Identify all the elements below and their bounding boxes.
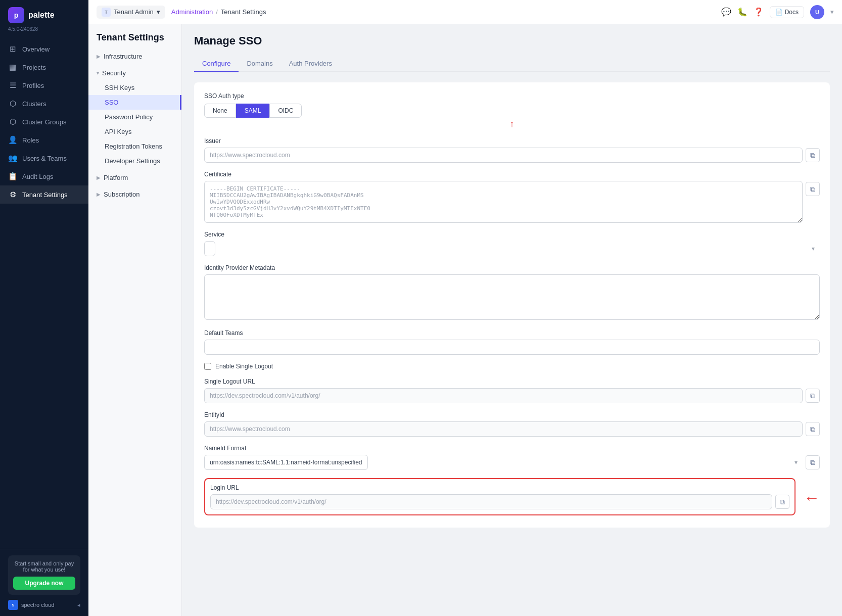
default-teams-label: Default Teams [204, 329, 820, 337]
tab-configure[interactable]: Configure [194, 56, 239, 72]
sidebar-item-overview[interactable]: ⊞ Overview [0, 40, 88, 58]
main-area: T Tenant Admin ▾ Administration / Tenant… [88, 0, 842, 616]
entity-id-label: EntityId [204, 411, 820, 418]
collapse-sidebar-button[interactable]: ◂ [77, 602, 80, 608]
sidebar-item-clusters[interactable]: ⬡ Clusters [0, 94, 88, 113]
single-logout-url-label: Single Logout URL [204, 378, 820, 385]
service-select[interactable] [204, 241, 215, 256]
logo-area: p palette [0, 0, 88, 26]
certificate-row: ⧉ [204, 181, 820, 223]
tabs-row: Configure Domains Auth Providers [194, 56, 830, 72]
idp-metadata-field-group: Identity Provider Metadata [204, 264, 820, 321]
chevron-right-icon: ▶ [97, 192, 101, 197]
breadcrumb-link[interactable]: Administration [171, 8, 213, 16]
entity-id-input[interactable] [204, 421, 803, 437]
entity-id-copy-button[interactable]: ⧉ [806, 422, 820, 436]
sec-item-password-policy[interactable]: Password Policy [88, 110, 181, 124]
sidebar-item-users-teams[interactable]: 👥 Users & Teams [0, 149, 88, 167]
service-select-wrapper [204, 241, 820, 256]
sidebar-item-audit-logs[interactable]: 📋 Audit Logs [0, 167, 88, 185]
login-url-copy-button[interactable]: ⧉ [775, 495, 789, 509]
idp-metadata-textarea[interactable] [204, 274, 820, 320]
upgrade-text: Start small and only pay for what you us… [13, 560, 75, 573]
copy-icon: ⧉ [810, 151, 815, 160]
sidebar-item-profiles[interactable]: ☰ Profiles [0, 76, 88, 94]
arrow-left-icon: ← [804, 490, 820, 506]
issuer-input[interactable] [204, 148, 803, 163]
nameid-format-row: urn:oasis:names:tc:SAML:1.1:nameid-forma… [204, 455, 820, 470]
single-logout-url-copy-button[interactable]: ⧉ [806, 389, 820, 403]
chevron-right-icon: ▶ [97, 175, 101, 180]
breadcrumb-separator: / [216, 8, 218, 16]
user-dropdown-icon[interactable]: ▾ [830, 8, 834, 16]
sidebar-item-cluster-groups[interactable]: ⬡ Cluster Groups [0, 113, 88, 131]
copy-icon: ⧉ [810, 458, 815, 467]
single-logout-checkbox[interactable] [204, 363, 211, 370]
sec-section-infrastructure-header[interactable]: ▶ Infrastructure [88, 49, 181, 64]
sidebar-item-roles[interactable]: 👤 Roles [0, 131, 88, 149]
tab-auth-providers[interactable]: Auth Providers [281, 56, 340, 72]
breadcrumb: Administration / Tenant Settings [171, 8, 266, 16]
single-logout-url-input[interactable] [204, 388, 803, 403]
certificate-field-group: Certificate ⧉ [204, 171, 820, 223]
chevron-down-icon: ▾ [97, 70, 99, 76]
form-section: SSO Auth type None SAML OIDC ↑ [194, 82, 830, 528]
topbar-actions: 💬 🐛 ❓ 📄 Docs U ▾ [721, 5, 834, 19]
issuer-copy-button[interactable]: ⧉ [806, 148, 820, 162]
tab-domains[interactable]: Domains [239, 56, 280, 72]
login-url-row: ⧉ [210, 494, 789, 509]
auth-btn-saml[interactable]: SAML [236, 104, 270, 118]
sidebar-item-label: Overview [22, 45, 50, 53]
sec-section-platform-header[interactable]: ▶ Platform [88, 170, 181, 185]
help-icon[interactable]: ❓ [754, 7, 764, 17]
sidebar-item-label: Cluster Groups [22, 118, 66, 126]
sec-item-registration-tokens[interactable]: Registration Tokens [88, 139, 181, 154]
saml-arrow-indicator: ↑ [204, 119, 820, 129]
sec-section-subscription-header[interactable]: ▶ Subscription [88, 187, 181, 202]
user-avatar[interactable]: U [810, 5, 824, 19]
docs-button[interactable]: 📄 Docs [770, 6, 804, 18]
copy-icon: ⧉ [810, 185, 815, 194]
sec-section-security-header[interactable]: ▾ Security [88, 66, 181, 80]
sec-section-label: Infrastructure [104, 53, 143, 60]
sidebar-item-label: Users & Teams [22, 155, 67, 162]
issuer-label: Issuer [204, 137, 820, 145]
main-content: Manage SSO Configure Domains Auth Provid… [182, 24, 842, 616]
certificate-copy-button[interactable]: ⧉ [806, 182, 820, 196]
service-field-group: Service [204, 231, 820, 256]
sidebar-item-projects[interactable]: ▦ Projects [0, 58, 88, 76]
bug-icon[interactable]: 🐛 [737, 7, 747, 17]
nameid-format-copy-button[interactable]: ⧉ [806, 455, 820, 469]
profiles-icon: ☰ [8, 81, 17, 90]
sec-item-ssh-keys[interactable]: SSH Keys [88, 80, 181, 95]
certificate-textarea[interactable] [204, 181, 803, 223]
content-area: Tenant Settings ▶ Infrastructure ▾ Secur… [88, 24, 842, 616]
upgrade-button[interactable]: Upgrade now [13, 577, 75, 590]
nameid-format-select[interactable]: urn:oasis:names:tc:SAML:1.1:nameid-forma… [204, 455, 368, 470]
sec-section-label: Subscription [104, 191, 140, 198]
default-teams-input[interactable] [204, 340, 820, 355]
chat-icon[interactable]: 💬 [721, 7, 731, 17]
tenant-selector[interactable]: T Tenant Admin ▾ [97, 6, 165, 19]
sec-item-api-keys[interactable]: API Keys [88, 124, 181, 139]
sec-item-developer-settings[interactable]: Developer Settings [88, 154, 181, 168]
upgrade-box: Start small and only pay for what you us… [8, 555, 80, 595]
topbar: T Tenant Admin ▾ Administration / Tenant… [88, 0, 842, 24]
sidebar: p palette 4.5.0-240628 ⊞ Overview ▦ Proj… [0, 0, 88, 616]
issuer-row: ⧉ [204, 148, 820, 163]
auth-btn-none[interactable]: None [204, 104, 236, 118]
docs-icon: 📄 [775, 9, 783, 16]
auth-btn-oidc[interactable]: OIDC [269, 104, 302, 118]
projects-icon: ▦ [8, 63, 17, 72]
secondary-sidebar: Tenant Settings ▶ Infrastructure ▾ Secur… [88, 24, 182, 616]
cluster-groups-icon: ⬡ [8, 117, 17, 126]
spectro-logo-icon: s [8, 600, 18, 610]
breadcrumb-current: Tenant Settings [221, 8, 266, 16]
single-logout-label: Enable Single Logout [215, 363, 273, 370]
login-url-input[interactable] [210, 494, 772, 509]
tenant-dropdown-icon: ▾ [157, 8, 160, 16]
single-logout-url-field-group: Single Logout URL ⧉ [204, 378, 820, 403]
sec-item-sso[interactable]: SSO [88, 95, 181, 110]
sidebar-item-tenant-settings[interactable]: ⚙ Tenant Settings [0, 185, 88, 204]
sidebar-item-label: Audit Logs [22, 173, 53, 180]
